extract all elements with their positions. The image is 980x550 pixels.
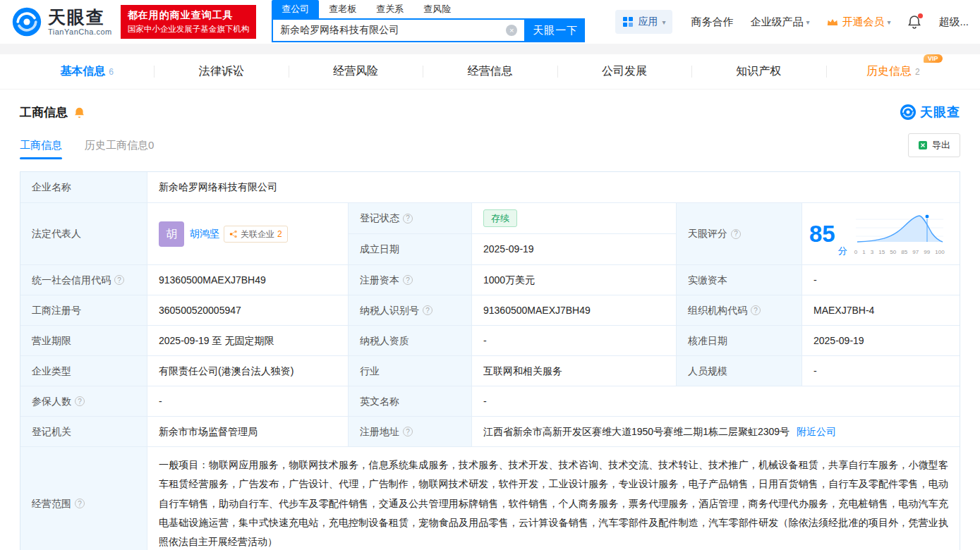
- tab-operating-risk[interactable]: 经营风险: [289, 54, 423, 89]
- search-tabs: 查公司 查老板 查关系 查风险: [272, 1, 585, 18]
- label-text: 行业: [360, 364, 380, 379]
- chevron-down-icon: ▾: [662, 18, 665, 26]
- tab-inner: 历史信息 2 VIP: [866, 64, 920, 79]
- tab-legal-litigation[interactable]: 法律诉讼: [154, 54, 288, 89]
- slogan-line1: 都在用的商业查询工具: [128, 9, 250, 22]
- label-text: 营业期限: [32, 334, 71, 348]
- tab-operating-info[interactable]: 经营信息: [423, 54, 557, 89]
- nav-open-membership[interactable]: 开通会员 ▾: [826, 16, 890, 29]
- field-label-approval-date: 核准日期: [677, 326, 802, 356]
- search-tab-boss[interactable]: 查老板: [319, 0, 366, 18]
- value-text: 新余哈罗网络科技有限公司: [159, 180, 277, 195]
- tianyancha-logo[interactable]: 天眼查 TianYanCha.com: [11, 6, 112, 37]
- apps-grid-icon: [622, 16, 634, 28]
- field-value-credit-code: 91360500MAEXJ7BH49: [147, 265, 349, 295]
- help-icon[interactable]: ?: [731, 229, 741, 239]
- related-count: 2: [277, 228, 282, 240]
- notifications-bell[interactable]: [907, 15, 921, 29]
- value-text: 91360500MAEXJ7BH49: [159, 273, 266, 288]
- label-text: 天眼评分: [688, 226, 727, 241]
- field-label-taxpayer-id: 纳税人识别号 ?: [349, 295, 472, 326]
- tab-count: 6: [109, 67, 114, 77]
- nav-business-cooperation[interactable]: 商务合作: [691, 16, 733, 29]
- search-button[interactable]: 天眼一下: [526, 18, 585, 42]
- tab-label: 公司发展: [602, 64, 647, 79]
- label-text: 实缴资本: [688, 273, 727, 288]
- label-text: 成立日期: [360, 242, 399, 257]
- field-label-industry: 行业: [349, 356, 472, 386]
- field-value-taxpayer-id: 91360500MAEXJ7BH49: [472, 295, 677, 326]
- help-icon[interactable]: ?: [403, 275, 413, 285]
- nav-label: 超级...: [938, 16, 969, 29]
- help-icon[interactable]: ?: [75, 396, 85, 406]
- subtab-history-business-info[interactable]: 历史工商信息0: [85, 139, 154, 152]
- nav-super-vip[interactable]: 超级...: [938, 16, 969, 29]
- business-info-table: 企业名称 新余哈罗网络科技有限公司 法定代表人 胡 胡鸿坚 关联企业 2 登记状…: [20, 171, 960, 550]
- tianyancha-logo-icon: [11, 6, 42, 37]
- alert-bell-icon[interactable]: [73, 106, 85, 118]
- tab-history-info[interactable]: 历史信息 2 VIP: [826, 54, 960, 89]
- export-button[interactable]: 导出: [908, 133, 960, 157]
- help-icon[interactable]: ?: [423, 305, 432, 315]
- score-curve: [854, 211, 945, 243]
- subtab-business-info[interactable]: 工商信息: [20, 139, 62, 152]
- related-label: 关联企业: [241, 228, 274, 240]
- brand-slogan: 都在用的商业查询工具 国家中小企业发展子基金旗下机构: [121, 5, 257, 39]
- search-input[interactable]: [280, 25, 506, 36]
- apps-menu[interactable]: 应用 ▾: [615, 10, 672, 34]
- value-text: 一般项目：物联网应用服务，物联网技术服务，信息系统集成服务，技术服务、技术开发、…: [159, 456, 948, 550]
- help-icon[interactable]: ?: [403, 214, 413, 224]
- field-label-reg-number: 工商注册号: [20, 295, 147, 326]
- field-label-company-type: 企业类型: [20, 356, 147, 386]
- field-label-paid-capital: 实缴资本: [677, 265, 802, 295]
- field-label-establish-date: 成立日期: [349, 234, 472, 265]
- tab-count: 2: [915, 67, 920, 77]
- tab-label: 基本信息: [60, 64, 105, 79]
- help-icon[interactable]: ?: [75, 499, 85, 508]
- chevron-down-icon: ▾: [806, 18, 809, 26]
- score-tick: 100: [935, 248, 944, 257]
- tab-label: 经营信息: [467, 64, 512, 79]
- tab-label: 知识产权: [736, 64, 781, 79]
- search-tab-relation[interactable]: 查关系: [366, 0, 413, 18]
- search-tab-risk[interactable]: 查风险: [413, 0, 461, 18]
- nav-label: 企业级产品: [750, 16, 803, 29]
- tab-basic-info[interactable]: 基本信息 6: [20, 54, 154, 89]
- nav-enterprise-products[interactable]: 企业级产品 ▾: [750, 16, 809, 29]
- label-text: 法定代表人: [32, 226, 81, 241]
- tab-intellectual-property[interactable]: 知识产权: [691, 54, 825, 89]
- value-text: 2025-09-19: [483, 242, 534, 257]
- watermark-logo: 天眼查: [900, 104, 960, 121]
- value-text: -: [813, 273, 817, 288]
- help-icon[interactable]: ?: [403, 427, 413, 436]
- brand-name: 天眼查: [48, 8, 112, 28]
- field-label-reg-status: 登记状态 ?: [349, 203, 472, 234]
- field-label-credit-code: 统一社会信用代码 ?: [20, 265, 147, 295]
- top-header: 天眼查 TianYanCha.com 都在用的商业查询工具 国家中小企业发展子基…: [0, 0, 980, 44]
- field-value-business-scope: 一般项目：物联网应用服务，物联网技术服务，信息系统集成服务，技术服务、技术开发、…: [147, 447, 960, 550]
- label-text: 纳税人资质: [360, 334, 409, 348]
- field-value-reg-address: 江西省新余市高新开发区赛维大道1950号赛维二期1栋二层聚虹2309号 附近公司: [472, 417, 960, 447]
- nav-label: 开通会员: [842, 16, 884, 29]
- field-value-score: 85 分 0131550859799100: [802, 203, 960, 265]
- clear-icon[interactable]: ×: [506, 25, 517, 36]
- help-icon[interactable]: ?: [751, 305, 761, 315]
- nearby-companies-link[interactable]: 附近公司: [797, 424, 836, 439]
- search-tab-company[interactable]: 查公司: [272, 0, 319, 18]
- top-nav: 商务合作 企业级产品 ▾ 开通会员 ▾ 超级...: [691, 15, 969, 29]
- tab-label: 历史信息: [866, 64, 912, 79]
- score-chart-ticks: 0131550859799100: [854, 248, 945, 257]
- value-text: 91360500MAEXJ7BH49: [483, 303, 591, 318]
- label-text: 参保人数: [32, 394, 71, 409]
- apps-label: 应用: [638, 16, 658, 28]
- help-icon[interactable]: ?: [114, 275, 124, 285]
- related-companies-badge[interactable]: 关联企业 2: [224, 226, 288, 243]
- tab-label: 经营风险: [333, 64, 378, 79]
- tab-company-development[interactable]: 公司发展: [557, 54, 691, 89]
- legal-rep-name-link[interactable]: 胡鸿坚: [190, 226, 219, 241]
- legal-rep-avatar[interactable]: 胡: [159, 221, 184, 247]
- value-text: -: [483, 334, 487, 348]
- excel-export-icon: [918, 140, 928, 150]
- field-label-score: 天眼评分 ?: [677, 203, 802, 265]
- field-value-reg-number: 360500520005947: [147, 295, 349, 326]
